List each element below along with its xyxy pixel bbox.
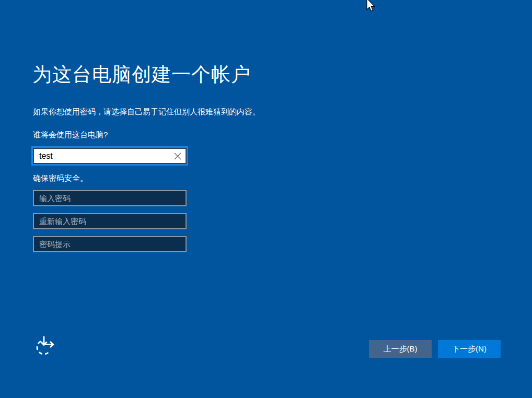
password-hint-input[interactable] <box>33 236 187 252</box>
confirm-password-input[interactable] <box>33 213 187 229</box>
username-label: 谁将会使用这台电脑? <box>33 130 108 140</box>
password-input[interactable] <box>33 190 187 206</box>
page-subtitle: 如果你想使用密码，请选择自己易于记住但别人很难猜到的内容。 <box>33 107 260 117</box>
ease-of-access-button[interactable] <box>33 335 56 358</box>
clear-x-icon[interactable] <box>170 149 186 163</box>
username-field-wrap <box>33 148 187 164</box>
arrow-cursor-icon <box>366 0 376 15</box>
ease-of-access-icon <box>33 351 55 359</box>
oobe-create-account-screen: 为这台电脑创建一个帐户 如果你想使用密码，请选择自己易于记住但别人很难猜到的内容… <box>0 0 532 398</box>
back-button[interactable]: 上一步(B) <box>369 340 432 358</box>
username-input[interactable] <box>34 149 170 163</box>
next-button[interactable]: 下一步(N) <box>438 340 501 358</box>
page-title: 为这台电脑创建一个帐户 <box>32 62 251 88</box>
password-section-label: 确保密码安全。 <box>33 173 88 183</box>
